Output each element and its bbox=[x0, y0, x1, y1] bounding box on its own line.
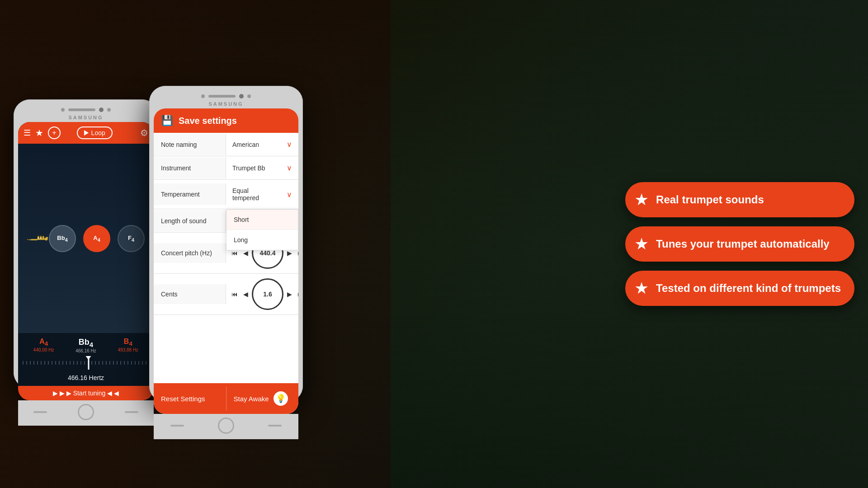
length-sound-label: Length of sound bbox=[154, 210, 226, 232]
temperament-label: Temperament bbox=[154, 183, 226, 205]
save-icon: 💾 bbox=[161, 115, 173, 127]
hw-recent-btn[interactable] bbox=[125, 411, 138, 413]
add-icon[interactable]: + bbox=[48, 127, 61, 139]
note-naming-current: American bbox=[232, 141, 259, 148]
svg-rect-6 bbox=[38, 236, 39, 237]
phone-camera bbox=[99, 108, 104, 112]
trumpet-area: Bb4 A4 F4 bbox=[18, 144, 154, 333]
tuner-note-b4-name: B4 bbox=[118, 338, 139, 347]
favorite-icon[interactable]: ★ bbox=[35, 127, 43, 138]
phone-1-bottom bbox=[18, 400, 154, 426]
stay-awake-button[interactable]: Stay Awake 💡 bbox=[226, 383, 299, 414]
length-sound-dropdown: Short Long bbox=[226, 209, 298, 250]
feature-text-3: Tested on different kind of trumpets bbox=[656, 282, 841, 295]
phone-2-camera bbox=[239, 94, 244, 99]
tuner-note-a4-name: A4 bbox=[33, 338, 54, 347]
loop-label: Loop bbox=[91, 129, 105, 136]
phone-2: SAMSUNG 💾 Save settings Note naming bbox=[149, 86, 303, 402]
phone-1-screen: ☰ ★ + Loop ⚙ bbox=[18, 122, 154, 400]
phone-2-bottom bbox=[154, 414, 298, 439]
length-sound-row: Length of sound ∨ Short bbox=[154, 209, 298, 233]
stay-awake-label: Stay Awake bbox=[234, 395, 269, 403]
cents-decrease[interactable]: ◀ bbox=[241, 290, 250, 299]
note-buttons: Bb4 A4 F4 bbox=[49, 220, 145, 258]
note-naming-arrow: ∨ bbox=[287, 140, 292, 149]
concert-pitch-value: 440.4 bbox=[259, 249, 275, 257]
cents-value: 1.6 bbox=[263, 291, 272, 298]
tuner-hz-display: 466.16 Hertz bbox=[18, 372, 154, 383]
phone-2-frame: SAMSUNG 💾 Save settings Note naming bbox=[149, 86, 303, 402]
instrument-value[interactable]: Trumpet Bb ∨ bbox=[226, 156, 298, 179]
instrument-arrow: ∨ bbox=[287, 164, 292, 172]
hw-2-recent-btn[interactable] bbox=[268, 425, 282, 427]
dropdown-item-short[interactable]: Short bbox=[226, 210, 298, 230]
tuner-bar bbox=[23, 356, 149, 370]
cents-label: Cents bbox=[154, 284, 226, 304]
note-a4-button[interactable]: A4 bbox=[83, 225, 110, 252]
dropdown-item-long[interactable]: Long bbox=[226, 230, 298, 250]
svg-rect-8 bbox=[42, 236, 44, 237]
tuner-note-b4-freq: 493,88 Hz bbox=[118, 347, 139, 352]
phone-speaker bbox=[68, 108, 95, 111]
note-f4-button[interactable]: F4 bbox=[118, 225, 145, 252]
temperament-row: Temperament Equaltempered ∨ bbox=[154, 180, 298, 209]
svg-rect-7 bbox=[40, 236, 42, 237]
cents-skip-end[interactable]: ⏭ bbox=[296, 290, 298, 299]
temperament-value[interactable]: Equaltempered ∨ bbox=[226, 180, 298, 209]
instrument-current: Trumpet Bb bbox=[232, 164, 265, 172]
tuner-note-bb4-freq: 466,16 Hz bbox=[75, 348, 96, 353]
reset-settings-button[interactable]: Reset Settings bbox=[154, 387, 226, 411]
reset-settings-label: Reset Settings bbox=[161, 395, 205, 403]
features-area: ★ Real trumpet sounds ★ Tunes your trump… bbox=[625, 182, 854, 306]
tuner-note-b4: B4 493,88 Hz bbox=[118, 338, 139, 353]
hw-back-btn[interactable] bbox=[33, 411, 47, 413]
app-screen-1: ☰ ★ + Loop ⚙ bbox=[18, 122, 154, 400]
feature-star-3: ★ bbox=[634, 279, 649, 298]
tuner-indicator bbox=[88, 356, 89, 370]
phone-dot-2 bbox=[107, 108, 111, 112]
settings-header: 💾 Save settings bbox=[154, 108, 298, 133]
phone-2-screen: 💾 Save settings Note naming American ∨ bbox=[154, 108, 298, 414]
feature-star-2: ★ bbox=[634, 235, 649, 253]
phone-2-dot-2 bbox=[247, 94, 251, 98]
cents-row: Cents ⏮ ◀ 1.6 ▶ ⏭ bbox=[154, 274, 298, 315]
feature-text-1: Real trumpet sounds bbox=[656, 193, 764, 206]
tuner-bar-bg bbox=[23, 361, 149, 365]
app-header: ☰ ★ + Loop ⚙ bbox=[18, 122, 154, 144]
temperament-arrow: ∨ bbox=[287, 190, 292, 199]
start-tuning-label: ▶ ▶ ▶ Start tuning ◀ ◀ bbox=[53, 389, 119, 397]
note-naming-row: Note naming American ∨ bbox=[154, 133, 298, 156]
feature-card-2: ★ Tunes your trumpet automatically bbox=[625, 226, 854, 262]
feature-card-1: ★ Real trumpet sounds bbox=[625, 182, 854, 217]
tuner-note-a4: A4 440,00 Hz bbox=[33, 338, 54, 353]
phone-2-top-bar bbox=[154, 91, 298, 100]
settings-body: Note naming American ∨ Instrument Trumpe… bbox=[154, 133, 298, 383]
loop-button[interactable]: Loop bbox=[77, 127, 113, 139]
cents-increase[interactable]: ▶ bbox=[285, 290, 294, 299]
tuner-note-a4-freq: 440,00 Hz bbox=[33, 347, 54, 352]
hw-2-back-btn[interactable] bbox=[170, 425, 184, 427]
feature-card-3: ★ Tested on different kind of trumpets bbox=[625, 271, 854, 306]
cents-skip-start[interactable]: ⏮ bbox=[230, 290, 240, 299]
note-bb4-button[interactable]: Bb4 bbox=[49, 225, 76, 252]
app-bottom-bar[interactable]: ▶ ▶ ▶ Start tuning ◀ ◀ bbox=[18, 386, 154, 400]
menu-icon[interactable]: ☰ bbox=[24, 128, 31, 138]
phone-1-frame: SAMSUNG ☰ ★ + Loop ⚙ bbox=[14, 99, 158, 389]
hw-2-home-btn[interactable] bbox=[218, 418, 234, 434]
svg-point-9 bbox=[38, 238, 39, 239]
instrument-label: Instrument bbox=[154, 157, 226, 179]
tuner-note-bb4-name: Bb4 bbox=[75, 338, 96, 348]
settings-title: Save settings bbox=[179, 116, 237, 126]
bulb-icon: 💡 bbox=[274, 391, 288, 406]
trumpet-svg bbox=[27, 218, 49, 259]
note-naming-label: Note naming bbox=[154, 134, 226, 155]
hw-home-btn[interactable] bbox=[78, 404, 94, 420]
dropdown-long-label: Long bbox=[234, 236, 248, 244]
settings-footer: Reset Settings Stay Awake 💡 bbox=[154, 383, 298, 414]
concert-pitch-label: Concert pitch (Hz) bbox=[154, 243, 226, 263]
tuner-note-bb4: Bb4 466,16 Hz bbox=[75, 338, 96, 353]
note-naming-value[interactable]: American ∨ bbox=[226, 133, 298, 156]
phone-2-speaker bbox=[208, 95, 236, 98]
settings-icon[interactable]: ⚙ bbox=[140, 127, 148, 138]
instrument-row: Instrument Trumpet Bb ∨ bbox=[154, 156, 298, 180]
